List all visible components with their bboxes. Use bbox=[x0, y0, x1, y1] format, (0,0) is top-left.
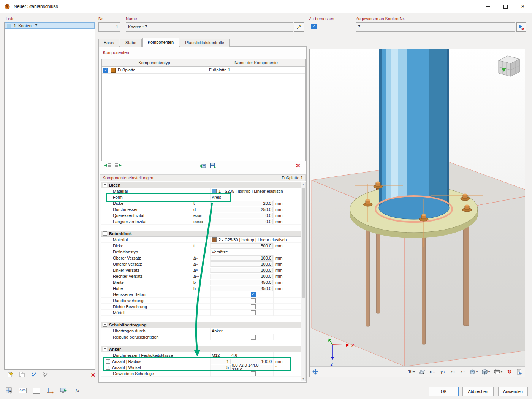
collapse-icon[interactable]: − bbox=[103, 183, 107, 187]
component-checkbox[interactable]: ✓ bbox=[103, 68, 108, 73]
insert-component-button[interactable] bbox=[104, 163, 111, 169]
zu-bemessen-checkbox[interactable]: ✓ bbox=[311, 24, 317, 29]
property-checkbox[interactable] bbox=[251, 298, 256, 303]
property-value[interactable]: 20.0 bbox=[210, 201, 273, 206]
nr-input[interactable]: 1 bbox=[98, 22, 120, 32]
table-row[interactable]: ✓ Fußplatte Fußplatte 1 bbox=[102, 66, 305, 74]
delete-all-components-button[interactable]: ✕ bbox=[296, 163, 301, 168]
apply-button[interactable]: Anwenden bbox=[498, 387, 528, 396]
expand-icon[interactable]: + bbox=[106, 366, 110, 370]
save-component-button[interactable] bbox=[210, 163, 216, 169]
titlebar[interactable]: Neuer Stahlanschluss ✕ bbox=[0, 0, 532, 13]
tab-basis[interactable]: Basis bbox=[98, 39, 119, 47]
property-value[interactable]: 100.0 bbox=[210, 261, 273, 267]
component-name-cell[interactable]: Fußplatte 1 bbox=[207, 66, 305, 73]
property-checkbox[interactable]: ✓ bbox=[251, 292, 256, 297]
regenerate-button[interactable]: ↻ bbox=[505, 368, 513, 376]
copy-item-button[interactable] bbox=[19, 372, 25, 378]
property-value[interactable]: Versätze bbox=[210, 249, 301, 255]
scroll-down-icon[interactable]: ▼ bbox=[301, 377, 305, 380]
view-along-x-button[interactable]: x↔ bbox=[428, 368, 437, 376]
property-checkbox[interactable] bbox=[251, 335, 256, 340]
selection-mode-button[interactable] bbox=[4, 386, 14, 395]
delete-item-button[interactable]: ✕ bbox=[90, 372, 95, 378]
property-value[interactable]: Kreis bbox=[210, 194, 301, 200]
settings-group-row[interactable]: −Schubübertragung bbox=[101, 322, 301, 328]
property-value[interactable]: 100.0 bbox=[210, 274, 273, 279]
visibility-layers-button[interactable]: ▾ bbox=[469, 368, 479, 376]
rename-button[interactable] bbox=[294, 22, 304, 32]
property-value[interactable]: 0.0 bbox=[210, 219, 273, 224]
tab-staebe[interactable]: Stäbe bbox=[120, 39, 142, 47]
property-value[interactable] bbox=[210, 310, 273, 316]
count-value[interactable]: 1 bbox=[211, 359, 230, 364]
property-value[interactable] bbox=[210, 370, 273, 377]
liste-item-selected[interactable]: 1 Knoten : 7 bbox=[5, 22, 95, 29]
property-value[interactable]: 100.0 bbox=[210, 268, 273, 273]
minimize-button[interactable] bbox=[479, 0, 497, 13]
liste-box[interactable]: 1 Knoten : 7 bbox=[4, 22, 95, 370]
settings-group-row[interactable]: −Anker bbox=[101, 346, 301, 352]
navigation-cube[interactable] bbox=[499, 56, 520, 76]
property-value[interactable]: 0.0 bbox=[210, 213, 273, 218]
property-value[interactable] bbox=[210, 334, 273, 340]
column-header-komponententyp[interactable]: Komponententyp bbox=[102, 59, 207, 66]
view-plus-z-button[interactable]: z↑ bbox=[459, 368, 467, 376]
3d-viewport[interactable]: x z 10 ▾ x↔ y↕ bbox=[309, 49, 525, 377]
value-first[interactable]: M12 bbox=[211, 353, 230, 358]
collapse-icon[interactable]: − bbox=[103, 323, 107, 327]
property-value[interactable] bbox=[210, 304, 273, 310]
print-button[interactable]: ▾ bbox=[493, 368, 504, 376]
view-along-y-button[interactable]: y↕ bbox=[439, 368, 447, 376]
guide-lines-button[interactable] bbox=[45, 386, 55, 395]
maximize-button[interactable] bbox=[497, 0, 514, 13]
value-second[interactable]: 4.6 bbox=[230, 353, 273, 358]
count-value[interactable]: 5 bbox=[211, 365, 230, 370]
screen-capture-button[interactable] bbox=[59, 386, 68, 395]
property-checkbox[interactable] bbox=[251, 310, 256, 315]
settings-group-row[interactable]: −Betonblock bbox=[101, 231, 301, 237]
settings-group-row[interactable]: −Blech bbox=[101, 182, 301, 188]
remove-component-button[interactable] bbox=[115, 163, 122, 169]
display-mode-button[interactable]: ▾ bbox=[481, 368, 491, 376]
zugewiesen-input[interactable]: 7 bbox=[356, 22, 515, 32]
list-value[interactable]: 0.0 72.0 144.0 216.0... bbox=[230, 365, 273, 370]
column-header-name[interactable]: Name der Komponente bbox=[207, 59, 305, 66]
3d-scene-canvas[interactable]: x z bbox=[310, 49, 525, 366]
property-value[interactable]: 1 - S235 | Isotrop | Linear elastisch bbox=[210, 188, 301, 194]
property-value[interactable]: 2 - C25/30 | Isotrop | Linear elastisch bbox=[210, 237, 301, 243]
formula-button[interactable]: fx bbox=[73, 386, 82, 395]
assign-all-button[interactable] bbox=[43, 372, 48, 378]
tab-komponenten[interactable]: Komponenten bbox=[142, 38, 179, 47]
expand-icon[interactable]: + bbox=[106, 359, 110, 364]
property-value[interactable]: 250.0 bbox=[210, 207, 273, 212]
import-component-button[interactable] bbox=[199, 163, 206, 169]
property-value[interactable]: M124.6 bbox=[210, 352, 273, 358]
property-value[interactable]: 450.0 bbox=[210, 280, 273, 285]
settings-scrollbar[interactable]: ▲ ▼ bbox=[301, 182, 306, 381]
component-typ-cell[interactable]: ✓ Fußplatte bbox=[102, 66, 207, 73]
zoom-level-button[interactable]: 10 ▾ bbox=[407, 368, 416, 376]
property-value[interactable]: Anker bbox=[210, 328, 301, 334]
property-checkbox[interactable] bbox=[251, 371, 256, 376]
collapse-icon[interactable]: − bbox=[103, 231, 107, 236]
scroll-up-icon[interactable]: ▲ bbox=[301, 183, 305, 186]
tab-plausibilitaetskontrolle[interactable]: Plausibilitätskontrolle bbox=[180, 39, 230, 47]
property-value[interactable]: 50.0 72.0 144.0 216.0... bbox=[210, 364, 273, 370]
coordinate-display-button[interactable]: 0,00 bbox=[18, 386, 27, 395]
view-along-z-button[interactable]: z↕ bbox=[449, 368, 457, 376]
background-panel-button[interactable] bbox=[32, 386, 41, 395]
property-value[interactable]: 450.0 bbox=[210, 286, 273, 291]
select-nodes-button[interactable] bbox=[516, 22, 526, 32]
assign-selected-button[interactable] bbox=[31, 372, 36, 378]
close-button[interactable]: ✕ bbox=[514, 0, 532, 13]
property-value[interactable] bbox=[210, 298, 273, 304]
export-view-button[interactable] bbox=[515, 368, 523, 376]
property-value[interactable]: 100.0 bbox=[210, 255, 273, 261]
scrollbar-thumb[interactable] bbox=[302, 188, 305, 298]
new-item-button[interactable] bbox=[7, 372, 13, 378]
property-value[interactable]: ✓ bbox=[210, 291, 273, 298]
property-checkbox[interactable] bbox=[251, 304, 256, 309]
collapse-icon[interactable]: − bbox=[103, 347, 107, 351]
ok-button[interactable]: OK bbox=[429, 387, 459, 396]
